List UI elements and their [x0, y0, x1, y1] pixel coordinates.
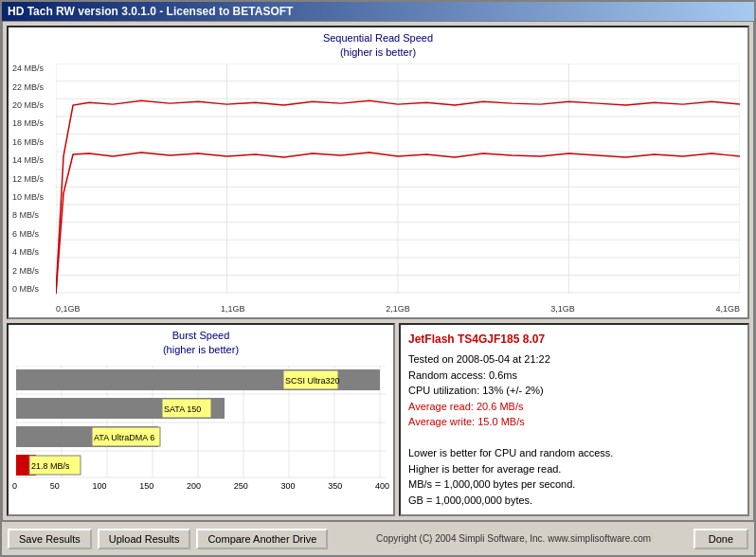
- info-line-3: CPU utilization: 13% (+/- 2%): [408, 383, 740, 399]
- info-note-1: Lower is better for CPU and random acces…: [408, 445, 740, 461]
- info-line-2: Random access: 0.6ms: [408, 368, 740, 384]
- main-window: HD Tach RW version 3.0.1.0 - Licensed to…: [0, 0, 756, 557]
- svg-text:SCSI Ultra320: SCSI Ultra320: [285, 376, 340, 386]
- window-title: HD Tach RW version 3.0.1.0 - Licensed to…: [8, 5, 293, 18]
- burst-x-axis: 0 50 100 150 200 250 300 350 400: [12, 479, 389, 491]
- burst-chart-svg: SCSI Ultra320 SATA 150 ATA UltraDMA 6 21…: [16, 366, 386, 479]
- upload-results-button[interactable]: Upload Results: [98, 529, 191, 549]
- copyright-text: Copyright (C) 2004 Simpli Software, Inc.…: [333, 533, 693, 544]
- footer: Save Results Upload Results Compare Anot…: [2, 521, 754, 555]
- save-results-button[interactable]: Save Results: [8, 529, 92, 549]
- svg-text:ATA UltraDMA 6: ATA UltraDMA 6: [94, 433, 154, 442]
- y-axis: 0 MB/s 2 MB/s 4 MB/s 6 MB/s 8 MB/s 10 MB…: [12, 63, 44, 294]
- device-title: JetFlash TS4GJF185 8.07: [408, 331, 740, 348]
- content-area: Sequential Read Speed (higher is better)…: [2, 21, 754, 521]
- info-line-5: Average write: 15.0 MB/s: [408, 414, 740, 430]
- info-note-4: GB = 1,000,000,000 bytes.: [408, 493, 740, 509]
- svg-text:21.8 MB/s: 21.8 MB/s: [31, 461, 70, 471]
- done-button[interactable]: Done: [693, 529, 748, 549]
- info-line-1: Tested on 2008-05-04 at 21:22: [408, 351, 740, 368]
- svg-text:SATA 150: SATA 150: [164, 404, 201, 414]
- title-bar: HD Tach RW version 3.0.1.0 - Licensed to…: [2, 2, 754, 21]
- burst-title: Burst Speed (higher is better): [12, 329, 389, 358]
- info-panel: JetFlash TS4GJF185 8.07 Tested on 2008-0…: [399, 323, 749, 516]
- info-note-3: MB/s = 1,000,000 bytes per second.: [408, 476, 740, 493]
- bottom-area: Burst Speed (higher is better): [7, 323, 749, 516]
- info-note-2: Higher is better for average read.: [408, 461, 740, 477]
- seq-chart-svg: [56, 63, 740, 294]
- info-line-4: Average read: 20.6 MB/s: [408, 399, 740, 415]
- burst-speed-panel: Burst Speed (higher is better): [7, 323, 395, 516]
- sequential-read-chart: Sequential Read Speed (higher is better)…: [7, 26, 749, 319]
- x-axis: 0,1GB 1,1GB 2,1GB 3,1GB 4,1GB: [56, 304, 740, 314]
- seq-chart-title: Sequential Read Speed (higher is better): [9, 27, 747, 61]
- compare-another-drive-button[interactable]: Compare Another Drive: [196, 529, 328, 549]
